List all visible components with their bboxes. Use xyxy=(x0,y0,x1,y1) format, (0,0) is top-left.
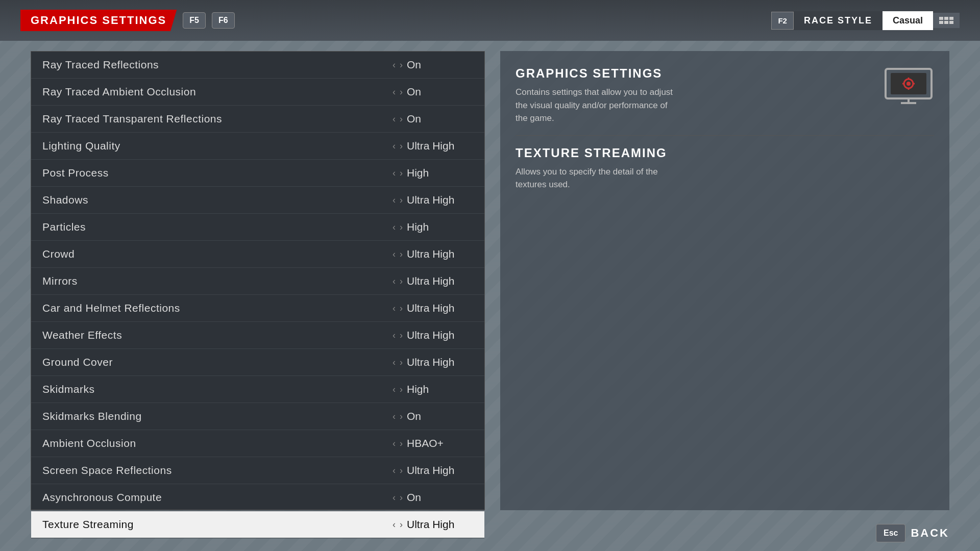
setting-value: High xyxy=(407,221,473,233)
settings-item[interactable]: Screen Space Reflections ‹ › Ultra High xyxy=(31,457,484,484)
setting-name: Crowd xyxy=(42,248,75,260)
setting-value: Ultra High xyxy=(407,302,473,314)
setting-value: On xyxy=(407,491,473,504)
arrow-right-icon[interactable]: › xyxy=(400,141,403,152)
info-text-1: Contains settings that allow you to adju… xyxy=(516,86,679,125)
setting-value: Ultra High xyxy=(407,464,473,477)
f5-key-badge[interactable]: F5 xyxy=(183,12,206,29)
settings-item[interactable]: Car and Helmet Reflections ‹ › Ultra Hig… xyxy=(31,295,484,322)
arrow-left-icon[interactable]: ‹ xyxy=(393,114,396,124)
arrow-right-icon[interactable]: › xyxy=(400,222,403,233)
f6-key-badge[interactable]: F6 xyxy=(212,12,235,29)
setting-value-wrap: ‹ › Ultra High xyxy=(393,275,473,287)
arrow-left-icon[interactable]: ‹ xyxy=(393,465,396,476)
setting-name: Ray Traced Reflections xyxy=(42,59,159,71)
arrow-right-icon[interactable]: › xyxy=(400,249,403,260)
arrow-right-icon[interactable]: › xyxy=(400,465,403,476)
settings-item[interactable]: Shadows ‹ › Ultra High xyxy=(31,187,484,214)
settings-item[interactable]: Skidmarks Blending ‹ › On xyxy=(31,403,484,430)
arrow-right-icon[interactable]: › xyxy=(400,87,403,97)
setting-value-wrap: ‹ › Ultra High xyxy=(393,356,473,368)
arrow-left-icon[interactable]: ‹ xyxy=(393,384,396,395)
arrow-right-icon[interactable]: › xyxy=(400,276,403,287)
race-style-value[interactable]: Casual xyxy=(883,11,933,30)
f2-key-badge[interactable]: F2 xyxy=(771,12,794,30)
setting-value: HBAO+ xyxy=(407,437,473,449)
setting-value-wrap: ‹ › On xyxy=(393,491,473,504)
info-title-2: TEXTURE STREAMING xyxy=(516,146,934,160)
back-button[interactable]: Esc BACK xyxy=(876,524,949,542)
setting-value: On xyxy=(407,113,473,125)
setting-value: Ultra High xyxy=(407,248,473,260)
setting-name: Ground Cover xyxy=(42,356,113,368)
arrow-left-icon[interactable]: ‹ xyxy=(393,222,396,233)
settings-item[interactable]: Mirrors ‹ › Ultra High xyxy=(31,268,484,295)
setting-name: Ray Traced Transparent Reflections xyxy=(42,113,222,125)
setting-value: Ultra High xyxy=(407,140,473,152)
setting-value-wrap: ‹ › Ultra High xyxy=(393,464,473,477)
arrow-left-icon[interactable]: ‹ xyxy=(393,87,396,97)
settings-item[interactable]: Post Process ‹ › High xyxy=(31,160,484,187)
arrow-left-icon[interactable]: ‹ xyxy=(393,492,396,503)
setting-name: Weather Effects xyxy=(42,329,122,341)
settings-item[interactable]: Crowd ‹ › Ultra High xyxy=(31,241,484,268)
setting-name: Skidmarks Blending xyxy=(42,410,142,422)
settings-item[interactable]: Weather Effects ‹ › Ultra High xyxy=(31,322,484,349)
arrow-right-icon[interactable]: › xyxy=(400,195,403,206)
arrow-left-icon[interactable]: ‹ xyxy=(393,60,396,70)
arrow-left-icon[interactable]: ‹ xyxy=(393,330,396,341)
arrow-right-icon[interactable]: › xyxy=(400,168,403,179)
arrow-left-icon[interactable]: ‹ xyxy=(393,195,396,206)
arrow-right-icon[interactable]: › xyxy=(400,303,403,314)
info-section-2: TEXTURE STREAMING Allows you to specify … xyxy=(516,146,934,191)
settings-item[interactable]: Ray Traced Ambient Occlusion ‹ › On xyxy=(31,79,484,106)
settings-item[interactable]: Skidmarks ‹ › High xyxy=(31,376,484,403)
settings-item[interactable]: Ray Traced Reflections ‹ › On xyxy=(31,52,484,79)
setting-value-wrap: ‹ › HBAO+ xyxy=(393,437,473,449)
info-panel: GRAPHICS SETTINGS Contains settings that… xyxy=(500,51,949,510)
setting-value-wrap: ‹ › Ultra High xyxy=(393,329,473,341)
arrow-left-icon[interactable]: ‹ xyxy=(393,168,396,179)
arrow-left-icon[interactable]: ‹ xyxy=(393,357,396,368)
setting-value: Ultra High xyxy=(407,329,473,341)
arrow-right-icon[interactable]: › xyxy=(400,492,403,503)
settings-item[interactable]: Ray Traced Transparent Reflections ‹ › O… xyxy=(31,106,484,133)
setting-name: Shadows xyxy=(42,194,88,206)
grid-view-icon[interactable] xyxy=(933,13,960,28)
arrow-right-icon[interactable]: › xyxy=(400,384,403,395)
setting-name: Asynchronous Compute xyxy=(42,491,162,504)
arrow-left-icon[interactable]: ‹ xyxy=(393,276,396,287)
arrow-left-icon[interactable]: ‹ xyxy=(393,438,396,449)
settings-panel: Ray Traced Reflections ‹ › On Ray Traced… xyxy=(31,51,485,510)
settings-item[interactable]: Asynchronous Compute ‹ › On xyxy=(31,484,484,511)
info-section-1: GRAPHICS SETTINGS Contains settings that… xyxy=(516,66,934,125)
setting-value-wrap: ‹ › On xyxy=(393,113,473,125)
arrow-left-icon[interactable]: ‹ xyxy=(393,141,396,152)
setting-value-wrap: ‹ › Ultra High xyxy=(393,140,473,152)
bottom-bar: Esc BACK xyxy=(0,515,980,551)
arrow-right-icon[interactable]: › xyxy=(400,114,403,124)
arrow-left-icon[interactable]: ‹ xyxy=(393,303,396,314)
arrow-right-icon[interactable]: › xyxy=(400,330,403,341)
setting-value-wrap: ‹ › Ultra High xyxy=(393,194,473,206)
settings-item[interactable]: Lighting Quality ‹ › Ultra High xyxy=(31,133,484,160)
arrow-right-icon[interactable]: › xyxy=(400,438,403,449)
arrow-left-icon[interactable]: ‹ xyxy=(393,411,396,422)
setting-name: Ambient Occlusion xyxy=(42,437,136,449)
info-title-1: GRAPHICS SETTINGS xyxy=(516,66,679,81)
arrow-right-icon[interactable]: › xyxy=(400,411,403,422)
svg-point-3 xyxy=(906,82,911,86)
setting-value-wrap: ‹ › High xyxy=(393,221,473,233)
settings-item[interactable]: Ground Cover ‹ › Ultra High xyxy=(31,349,484,376)
setting-name: Particles xyxy=(42,221,86,233)
esc-key-badge: Esc xyxy=(876,524,905,542)
back-label: BACK xyxy=(911,527,949,540)
settings-item[interactable]: Ambient Occlusion ‹ › HBAO+ xyxy=(31,430,484,457)
arrow-right-icon[interactable]: › xyxy=(400,357,403,368)
settings-item[interactable]: Particles ‹ › High xyxy=(31,214,484,241)
setting-name: Ray Traced Ambient Occlusion xyxy=(42,86,196,98)
setting-name: Mirrors xyxy=(42,275,78,287)
arrow-left-icon[interactable]: ‹ xyxy=(393,249,396,260)
setting-value-wrap: ‹ › High xyxy=(393,383,473,395)
arrow-right-icon[interactable]: › xyxy=(400,60,403,70)
